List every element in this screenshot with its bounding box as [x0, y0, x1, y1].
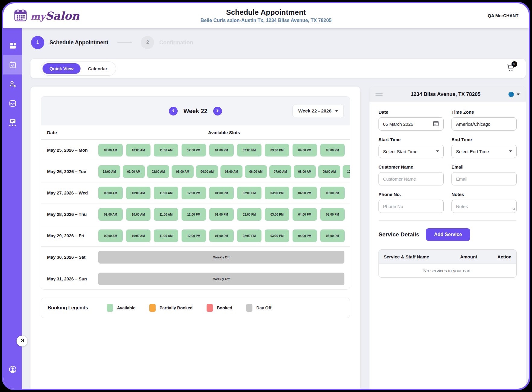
time-slot-chip[interactable]: 02:00 PM [237, 187, 261, 199]
time-slot-chip[interactable]: 10:00 AM [126, 229, 150, 242]
chevron-left-icon [172, 109, 175, 113]
time-slot-chip[interactable]: 03:00 PM [265, 144, 289, 156]
stepper-connector [117, 42, 132, 43]
time-slot-chip[interactable]: 09:00 AM [318, 165, 340, 178]
row-date: May 28, 2026 – Thu [41, 212, 98, 217]
week-row: May 30, 2026 – SatWeekly Off [41, 247, 350, 268]
time-slot-chip[interactable]: 09:00 AM [98, 208, 123, 221]
time-slot-chip[interactable]: 07:00 AM [269, 165, 291, 178]
time-slot-chip[interactable]: 06:00 AM [245, 165, 267, 178]
time-slot-chip[interactable]: 01:00 PM [209, 144, 234, 156]
row-date: May 26, 2026 – Tue [41, 169, 98, 174]
time-slot-chip[interactable]: 05:00 PM [320, 229, 345, 242]
sidebar-item-reviews[interactable]: ★★★ [3, 113, 22, 132]
time-slot-chip[interactable]: 01:00 PM [209, 208, 234, 221]
time-slot-chip[interactable]: 10:00 AM [126, 208, 150, 221]
time-slot-chip[interactable]: 12:00 PM [182, 229, 206, 242]
legend-item: Partially Booked [149, 304, 193, 312]
time-slot-chip[interactable]: 04:00 PM [293, 144, 317, 156]
email-field-group: Email [451, 164, 517, 185]
week-year-dropdown-label: Week 22 - 2026 [298, 108, 331, 114]
time-slot-chip[interactable]: 02:00 AM [147, 165, 169, 178]
tab-calendar[interactable]: Calendar [81, 63, 114, 74]
time-slot-chip[interactable]: 12:00 PM [182, 187, 206, 199]
time-slot-chip[interactable]: 03:00 PM [265, 187, 289, 199]
time-slot-chip[interactable]: 02:00 PM [237, 208, 261, 221]
sidebar-item-gallery[interactable] [3, 94, 22, 113]
start-time-select[interactable]: Select Start Time [378, 145, 444, 158]
time-slot-chip[interactable]: 10:00 AM [126, 187, 150, 199]
email-input[interactable] [451, 172, 517, 185]
sidebar-item-staff[interactable] [3, 74, 22, 94]
time-slot-chip[interactable]: 05:00 AM [220, 165, 242, 178]
time-slot-chip[interactable]: 01:00 PM [209, 229, 234, 242]
notes-input[interactable] [451, 200, 517, 213]
time-slot-chip[interactable]: 04:00 AM [196, 165, 218, 178]
time-slot-chip[interactable]: 04:00 PM [293, 187, 317, 199]
timezone-label: Time Zone [451, 109, 517, 115]
time-slot-chip[interactable]: 10:00 AM [126, 144, 150, 156]
step-schedule-appointment[interactable]: 1 Schedule Appointment [31, 36, 108, 49]
status-dot [508, 92, 514, 97]
time-slot-chip[interactable]: 09:00 AM [98, 187, 123, 199]
time-slot-chip[interactable]: 04:00 PM [293, 208, 317, 221]
phone-input[interactable] [378, 200, 444, 213]
time-slot-chip[interactable]: 09:00 AM [98, 229, 123, 242]
week-nav-group: Week 22 [163, 107, 228, 115]
time-slot-chip[interactable]: 03:00 PM [265, 229, 289, 242]
notes-field-group: Notes [451, 192, 517, 213]
step-1-label: Schedule Appointment [49, 40, 108, 46]
drag-handle-icon[interactable] [375, 93, 383, 96]
column-available-slots: Available Slots [98, 130, 350, 135]
end-time-select[interactable]: Select End Time [451, 145, 517, 158]
time-slot-chip[interactable]: 02:00 PM [237, 229, 261, 242]
brand-calendar-icon [14, 8, 27, 23]
time-slot-chip[interactable]: 01:00 PM [209, 187, 234, 199]
time-slot-chip[interactable]: 05:00 PM [320, 144, 345, 156]
slots-cell: 09:00 AM10:00 AM11:00 AM12:00 PM01:00 PM… [98, 187, 350, 199]
resize-handle-icon[interactable] [512, 206, 515, 212]
sidebar-item-dashboard[interactable] [3, 36, 22, 55]
cart-button[interactable]: 0 [506, 64, 515, 74]
row-date: May 29, 2026 – Fri [41, 233, 98, 238]
time-slot-chip[interactable]: 02:00 PM [237, 144, 261, 156]
week-navigation: Week 22 Week 22 - 2026 [41, 96, 350, 125]
time-slot-chip[interactable]: 11:00 AM [154, 187, 178, 199]
user-settings-icon [9, 80, 17, 88]
tab-quick-view[interactable]: Quick View [43, 63, 81, 74]
time-slot-chip[interactable]: 12:00 PM [182, 208, 206, 221]
time-slot-chip[interactable]: 12:00 AM [98, 165, 120, 178]
add-service-button[interactable]: Add Service [426, 228, 470, 241]
sidebar-profile[interactable] [3, 365, 22, 375]
sidebar-collapse-toggle[interactable] [17, 336, 27, 346]
notes-label: Notes [451, 192, 517, 197]
time-slot-chip[interactable]: 11:00 AM [154, 208, 178, 221]
brand-logo[interactable]: mySalon [14, 8, 113, 23]
prev-week-button[interactable] [169, 107, 178, 115]
location-status-dropdown[interactable] [508, 92, 520, 97]
date-field[interactable]: 06 March 2026 [378, 117, 444, 131]
week-year-dropdown[interactable]: Week 22 - 2026 [293, 105, 344, 117]
start-time-field-group: Start Time Select Start Time [378, 137, 444, 158]
step-1-number: 1 [31, 36, 44, 49]
timezone-field[interactable]: America/Chicago [451, 117, 517, 131]
time-slot-chip[interactable]: 08:00 AM [294, 165, 316, 178]
time-slot-chip[interactable]: 03:00 AM [172, 165, 194, 178]
time-slot-chip[interactable]: 03:00 PM [265, 208, 289, 221]
time-slot-chip[interactable]: 11:00 AM [154, 144, 178, 156]
customer-name-input[interactable] [378, 172, 444, 185]
slots-cell: 12:00 AM01:00 AM02:00 AM03:00 AM04:00 AM… [98, 165, 350, 178]
sidebar-item-appointments[interactable] [3, 55, 22, 74]
header-titles: Schedule Appointment Belle Curls salon-A… [113, 8, 419, 23]
cart-count-badge: 0 [511, 61, 517, 67]
time-slot-chip[interactable]: 12:00 PM [182, 144, 206, 156]
time-slot-chip[interactable]: 09:00 AM [98, 144, 123, 156]
time-slot-chip[interactable]: 01:00 AM [123, 165, 145, 178]
time-slot-chip[interactable]: 05:00 PM [320, 208, 345, 221]
time-slot-chip[interactable]: 11:00 AM [154, 229, 178, 242]
legend-item: Available [107, 304, 135, 312]
time-slot-chip[interactable]: 05:00 PM [320, 187, 345, 199]
time-slot-chip[interactable]: 10:00 AM [343, 165, 350, 178]
time-slot-chip[interactable]: 04:00 PM [293, 229, 317, 242]
next-week-button[interactable] [213, 107, 222, 115]
